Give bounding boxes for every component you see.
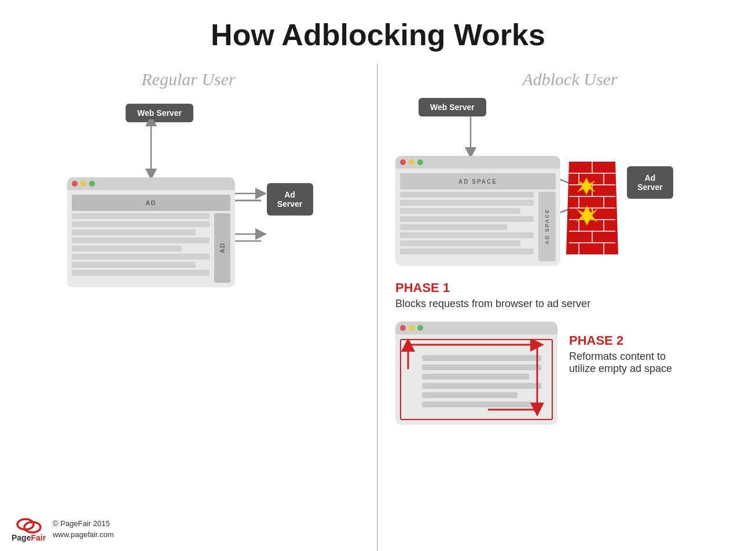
content-line <box>400 232 534 238</box>
content-line <box>400 192 534 198</box>
dot-green-p2 <box>417 325 423 331</box>
content-line <box>72 229 196 235</box>
content-line <box>400 240 520 246</box>
right-browser-window: AD SPACE <box>395 156 560 266</box>
regular-user-heading: Regular User <box>141 70 235 89</box>
ad-space-sidebar-text: AD SPACE <box>544 209 550 245</box>
dot-green-r <box>417 159 423 165</box>
content-line <box>400 224 507 230</box>
left-ad-sidebar-text: AD <box>219 243 226 253</box>
phase2-text: PHASE 2 Reformats content to utilize emp… <box>569 322 672 375</box>
phase2-title: PHASE 2 <box>569 333 672 348</box>
content-line <box>400 200 534 206</box>
ad-space-bar: AD SPACE <box>400 173 556 189</box>
pagefair-logo: PageFair <box>12 516 46 542</box>
firewall <box>566 162 618 254</box>
content-line <box>400 216 534 222</box>
right-content-lines <box>400 192 534 261</box>
dot-yellow <box>80 181 86 187</box>
left-browser-window: AD <box>67 177 235 287</box>
left-ad-sidebar: AD <box>214 213 230 283</box>
content-line <box>72 238 210 243</box>
left-content-lines <box>72 213 210 283</box>
footer-copyright: © PageFair 2015 <box>53 518 114 530</box>
left-ad-bar: AD <box>72 195 230 211</box>
dot-red <box>72 181 78 187</box>
left-diagram: Web Server <box>17 104 359 293</box>
phase1-section: PHASE 1 Blocks requests from browser to … <box>395 280 590 310</box>
phase1-title: PHASE 1 <box>395 280 590 295</box>
phase2-description: Reformats content to utilize empty ad sp… <box>569 351 672 375</box>
content-line <box>400 249 534 254</box>
content-line <box>72 246 182 251</box>
right-browser-titlebar <box>395 156 560 169</box>
left-panel: Regular User Web Server <box>0 64 378 551</box>
content-line <box>72 270 210 276</box>
phase2-browser-titlebar <box>395 322 557 334</box>
content-line <box>72 221 210 227</box>
left-ad-server: Ad Server <box>267 183 313 216</box>
right-panel: Adblock User <box>378 64 756 551</box>
content-line <box>72 213 210 219</box>
right-ad-server: Ad Server <box>627 166 673 199</box>
phase2-browser-window <box>395 322 557 425</box>
left-browser-titlebar <box>67 177 235 190</box>
content-line <box>72 262 196 268</box>
content-line <box>400 208 520 214</box>
phase2-content-area <box>400 339 553 420</box>
footer: PageFair © PageFair 2015 www.pagefair.co… <box>12 516 114 542</box>
dot-green <box>89 181 95 187</box>
phase1-description: Blocks requests from browser to ad serve… <box>395 298 590 310</box>
dot-red-r <box>400 159 406 165</box>
dot-red-p2 <box>400 325 406 331</box>
adblock-user-heading: Adblock User <box>395 70 744 89</box>
footer-info: © PageFair 2015 www.pagefair.com <box>53 518 114 541</box>
main-title: How Adblocking Works <box>0 0 756 64</box>
dot-yellow-r <box>409 159 414 165</box>
phase2-section: PHASE 2 Reformats content to utilize emp… <box>395 322 744 425</box>
phase2-expand-arrows <box>401 340 552 419</box>
dot-yellow-p2 <box>409 325 414 331</box>
content-line <box>72 254 210 260</box>
right-ad-space-sidebar: AD SPACE <box>538 192 556 261</box>
footer-website: www.pagefair.com <box>53 529 114 541</box>
right-web-server: Web Server <box>419 98 486 116</box>
